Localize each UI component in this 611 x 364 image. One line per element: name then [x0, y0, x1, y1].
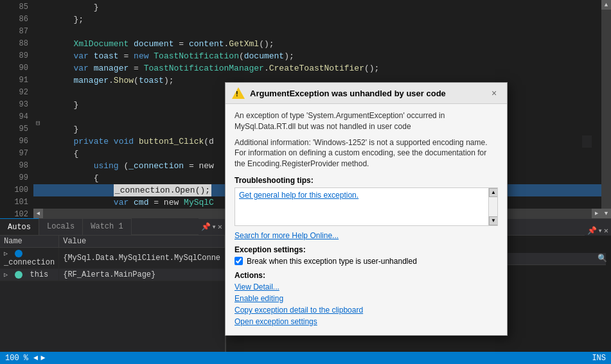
open-settings-link[interactable]: Open exception settings: [235, 317, 498, 326]
dialog-title-left: ArgumentException was unhandled by user …: [232, 87, 446, 99]
tips-link[interactable]: Get general help for this exception.: [239, 191, 359, 200]
actions-title: Actions:: [235, 271, 498, 280]
tips-scrollbar: ▲ ▼: [488, 188, 497, 225]
warning-icon: [232, 87, 245, 99]
exception-additional-info: Additional information: 'Windows-1252' i…: [235, 137, 498, 169]
checkbox-row: Break when this exception type is user-u…: [235, 257, 498, 266]
dialog-close-button[interactable]: ×: [488, 87, 500, 100]
tips-scroll-down[interactable]: ▼: [489, 216, 498, 225]
view-detail-link[interactable]: View Detail...: [235, 282, 498, 291]
exception-description: An exception of type 'System.ArgumentExc…: [235, 110, 498, 132]
enable-editing-link[interactable]: Enable editing: [235, 294, 498, 303]
troubleshoot-title: Troubleshooting tips:: [235, 176, 498, 185]
dialog-overlay: ArgumentException was unhandled by user …: [0, 0, 611, 364]
exception-dialog: ArgumentException was unhandled by user …: [225, 82, 508, 336]
troubleshoot-section: Troubleshooting tips: Get general help f…: [235, 176, 498, 226]
exception-settings: Exception settings: Break when this exce…: [235, 245, 498, 266]
dialog-titlebar: ArgumentException was unhandled by user …: [226, 83, 507, 104]
tips-box: Get general help for this exception. ▲ ▼: [235, 187, 498, 226]
actions-section: Actions: View Detail... Enable editing C…: [235, 271, 498, 326]
copy-exception-link[interactable]: Copy exception detail to the clipboard: [235, 306, 498, 315]
checkbox-label: Break when this exception type is user-u…: [247, 257, 417, 266]
exception-settings-title: Exception settings:: [235, 245, 498, 254]
tips-scroll-up[interactable]: ▲: [489, 188, 498, 197]
dialog-title-text: ArgumentException was unhandled by user …: [250, 89, 446, 98]
dialog-body: An exception of type 'System.ArgumentExc…: [226, 104, 507, 335]
unhandled-checkbox[interactable]: [235, 257, 243, 265]
search-online-link[interactable]: Search for more Help Online...: [235, 231, 498, 240]
